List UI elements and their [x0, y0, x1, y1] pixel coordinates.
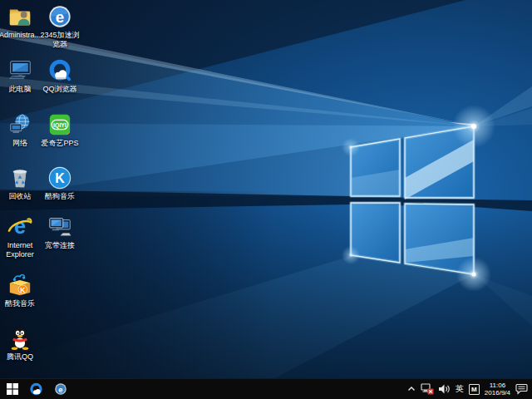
qq-browser-icon — [29, 382, 43, 397]
kugou-music-icon: K — [47, 165, 72, 190]
svg-text:e: e — [58, 385, 62, 394]
qq-penguin-icon — [7, 326, 32, 351]
desktop-icon-this-pc[interactable]: 此电脑 — [0, 58, 42, 94]
desktop-icon-qq-browser[interactable]: QQ浏览器 — [38, 58, 81, 94]
desktop-icon-label: 酷我音乐 — [5, 299, 35, 308]
user-folder-icon — [7, 4, 32, 29]
desktop-icon-broadband[interactable]: 宽带连接 — [38, 214, 81, 250]
internet-explorer-icon: e — [7, 214, 32, 239]
desktop-icon-label: 网络 — [12, 139, 27, 148]
qq-browser-icon — [47, 58, 72, 83]
taskbar-qq-browser-button[interactable] — [24, 379, 48, 399]
speaker-icon[interactable] — [439, 384, 451, 394]
desktop-icon-recycle-bin[interactable]: 回收站 — [0, 165, 42, 201]
system-tray: 英 M 11:06 2016/9/4 — [407, 379, 532, 399]
desktop-icon-label: 宽带连接 — [45, 241, 75, 250]
desktop-icon-label: 爱奇艺PPS — [41, 139, 78, 148]
desktop-icon-2345-browser[interactable]: e 2345加速浏览器 — [38, 4, 81, 49]
ime-mode-indicator[interactable]: M — [469, 384, 480, 395]
start-button[interactable] — [0, 379, 24, 399]
svg-text:e: e — [14, 214, 26, 238]
action-center-icon[interactable] — [515, 383, 528, 395]
recycle-bin-icon — [7, 165, 32, 190]
broadband-connection-icon — [47, 214, 72, 239]
desktop-icon-label: 酷狗音乐 — [45, 192, 75, 201]
iqiyi-icon: iQIYI — [47, 112, 72, 137]
clock-date: 2016/9/4 — [485, 389, 510, 397]
desktop-icon-label: 此电脑 — [9, 85, 32, 94]
svg-text:e: e — [56, 8, 64, 26]
desktop-icon-label: 2345加速浏览器 — [38, 31, 81, 49]
svg-text:K: K — [55, 171, 65, 185]
desktop-icon-network[interactable]: 网络 — [0, 112, 42, 148]
taskbar: e 英 M 11:06 2016/9/4 — [0, 378, 532, 399]
desktop-icon-internet-explorer[interactable]: e Internet Explorer — [0, 214, 42, 259]
desktop-icon-label: 腾讯QQ — [7, 352, 33, 362]
clock-time: 11:06 — [490, 382, 505, 390]
network-disconnected-icon[interactable] — [421, 383, 434, 395]
desktop-icon-iqiyi-pps[interactable]: iQIYI 爱奇艺PPS — [38, 112, 81, 148]
kuwo-music-icon: K — [7, 273, 32, 298]
desktop-icon-kuwo-music[interactable]: K 酷我音乐 — [0, 273, 42, 308]
desktop-icon-kugou-music[interactable]: K 酷狗音乐 — [38, 165, 81, 201]
svg-text:iQIYI: iQIYI — [53, 122, 66, 129]
desktop[interactable]: Administra... 此电脑 网络 — [0, 0, 532, 378]
desktop-icon-label: Administra... — [0, 31, 41, 40]
svg-text:K: K — [20, 286, 25, 294]
taskbar-2345-browser-button[interactable]: e — [48, 379, 72, 399]
computer-icon — [7, 58, 32, 83]
windows-logo-icon — [7, 383, 18, 395]
2345-browser-icon: e — [54, 382, 67, 396]
taskbar-clock[interactable]: 11:06 2016/9/4 — [485, 382, 510, 397]
desktop-icon-administrator[interactable]: Administra... — [0, 4, 42, 40]
network-globe-icon — [7, 112, 32, 137]
chevron-up-icon[interactable] — [407, 386, 416, 392]
desktop-icon-label: QQ浏览器 — [42, 85, 76, 94]
language-indicator[interactable]: 英 — [456, 383, 464, 395]
desktop-icon-label: Internet Explorer — [0, 241, 42, 259]
desktop-icon-tencent-qq[interactable]: 腾讯QQ — [0, 326, 42, 362]
2345-browser-icon: e — [47, 4, 72, 29]
desktop-icon-label: 回收站 — [9, 192, 32, 201]
